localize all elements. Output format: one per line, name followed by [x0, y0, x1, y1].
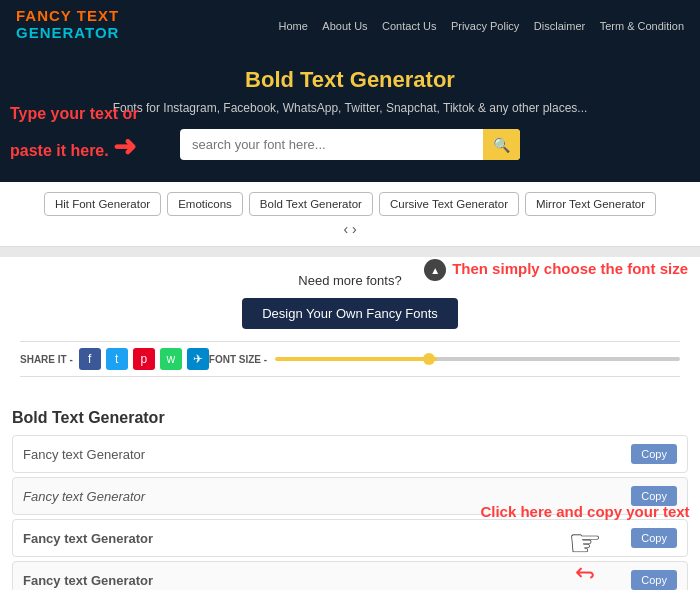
share-telegram[interactable]: ✈ [187, 348, 209, 370]
mid-section: ▲ Then simply choose the font size Need … [0, 257, 700, 399]
share-whatsapp[interactable]: w [160, 348, 182, 370]
share-font-row: SHARE IT - f t p w ✈ FONT SIZE - [20, 341, 680, 377]
font-size-annotation: ▲ Then simply choose the font size [424, 259, 688, 283]
nav-links: Home About Us Contact Us Privacy Policy … [269, 16, 684, 34]
click-annotation: Click here and copy your text ☞ ↩ [480, 502, 690, 588]
share-facebook[interactable]: f [79, 348, 101, 370]
nav-about[interactable]: About Us [322, 20, 367, 32]
cat-hit-font[interactable]: Hit Font Generator [44, 192, 161, 216]
copy-button-1[interactable]: Copy [631, 444, 677, 464]
logo-line1: FANCY TEXT [16, 8, 119, 25]
nav-arrows[interactable]: ‹ › [12, 216, 688, 242]
section-divider [0, 247, 700, 257]
hero-section: Type your text or paste it here. ➜ Bold … [0, 49, 700, 182]
category-row: Hit Font Generator Emoticons Bold Text G… [12, 192, 688, 216]
slider-thumb [423, 353, 435, 365]
logo: FANCY TEXT GENERATOR [16, 8, 119, 41]
nav-home[interactable]: Home [279, 20, 308, 32]
category-bar: Hit Font Generator Emoticons Bold Text G… [0, 182, 700, 247]
click-annotation-text: Click here and copy your text [480, 502, 690, 522]
font-sample-1: Fancy text Generator [23, 447, 631, 462]
font-size-slider[interactable] [275, 357, 680, 361]
search-button[interactable]: 🔍 [483, 129, 520, 160]
search-row: 🔍 [180, 129, 520, 160]
annotation-circle: ▲ [424, 259, 446, 281]
nav-disclaimer[interactable]: Disclaimer [534, 20, 585, 32]
click-arrow-icon: ↩ [575, 559, 595, 587]
font-size-label: FONT SIZE - [209, 354, 267, 365]
cat-mirror-text[interactable]: Mirror Text Generator [525, 192, 656, 216]
search-input[interactable] [180, 129, 520, 160]
design-button[interactable]: Design Your Own Fancy Fonts [242, 298, 458, 329]
cat-emoticons[interactable]: Emoticons [167, 192, 243, 216]
bold-section: Bold Text Generator Fancy text Generator… [0, 399, 700, 590]
arrow-annotation: ➜ [113, 129, 136, 165]
cat-cursive-text[interactable]: Cursive Text Generator [379, 192, 519, 216]
top-nav: FANCY TEXT GENERATOR Home About Us Conta… [0, 0, 700, 49]
cat-bold-text[interactable]: Bold Text Generator [249, 192, 373, 216]
nav-contact[interactable]: Contact Us [382, 20, 436, 32]
share-label: SHARE IT - [20, 354, 73, 365]
share-icons: f t p w ✈ [79, 348, 209, 370]
nav-terms[interactable]: Term & Condition [600, 20, 684, 32]
font-row-1: Fancy text Generator Copy [12, 435, 688, 473]
type-annotation: Type your text or paste it here. ➜ [10, 104, 160, 165]
bold-section-title: Bold Text Generator [12, 399, 688, 435]
share-pinterest[interactable]: p [133, 348, 155, 370]
logo-line2: GENERATOR [16, 25, 119, 42]
nav-privacy[interactable]: Privacy Policy [451, 20, 519, 32]
hero-title: Bold Text Generator [20, 67, 680, 93]
share-twitter[interactable]: t [106, 348, 128, 370]
annotation-text-right: Then simply choose the font size [452, 259, 688, 279]
